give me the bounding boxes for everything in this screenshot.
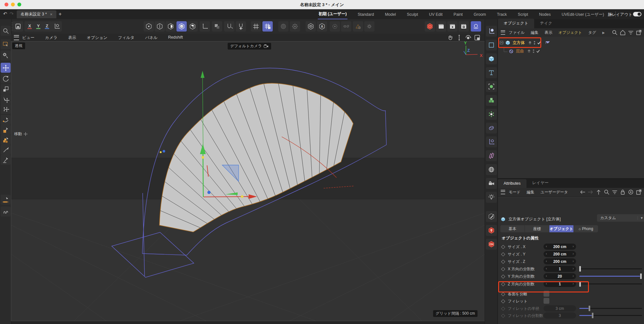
- key-diamond-icon[interactable]: [501, 245, 505, 249]
- workplane-mode-icon[interactable]: [212, 21, 222, 32]
- decrement-icon[interactable]: ‹: [546, 252, 547, 255]
- decrement-icon[interactable]: ‹: [546, 266, 547, 270]
- value-field[interactable]: ‹1›: [544, 266, 576, 272]
- object-row-cube[interactable]: 立方体: [498, 39, 644, 47]
- viewport-menu-カメラ[interactable]: カメラ: [45, 35, 57, 41]
- volume-icon[interactable]: [486, 95, 497, 106]
- render-settings-icon[interactable]: [459, 21, 469, 32]
- cube-object-icon[interactable]: [505, 40, 511, 46]
- value-field[interactable]: ‹200 cm›: [544, 251, 576, 257]
- live-selection-tool-icon[interactable]: [1, 39, 11, 49]
- pan-hand-icon[interactable]: [447, 34, 454, 42]
- key-diamond-icon[interactable]: [501, 267, 505, 271]
- viewport-gear-icon[interactable]: [364, 21, 374, 32]
- viewport-menu-オプション[interactable]: オプション: [87, 35, 107, 41]
- slider[interactable]: [579, 315, 642, 316]
- key-diamond-icon[interactable]: [501, 252, 505, 256]
- layout-tab-uv-edit[interactable]: UV Edit: [428, 10, 443, 19]
- slider[interactable]: [579, 283, 642, 284]
- increment-icon[interactable]: ›: [573, 259, 574, 263]
- slider-handle[interactable]: [592, 313, 593, 318]
- field-icon[interactable]: [486, 150, 497, 161]
- value-field[interactable]: 3 cm: [544, 305, 576, 311]
- document-tab[interactable]: 名称未設定 3 * ×: [17, 10, 56, 18]
- texture-mode-icon[interactable]: [187, 21, 198, 32]
- environment-icon[interactable]: [486, 164, 497, 175]
- brush-tool-icon[interactable]: [1, 145, 11, 155]
- menu-view[interactable]: 表示: [545, 30, 552, 35]
- key-diamond-icon[interactable]: [501, 292, 505, 296]
- viewport-menu-ビュー[interactable]: ビュー: [22, 35, 34, 41]
- filter-eye-icon[interactable]: [341, 21, 351, 32]
- checkbox[interactable]: [544, 298, 549, 304]
- value-field[interactable]: ‹20›: [544, 273, 576, 279]
- key-diamond-icon[interactable]: [501, 299, 505, 303]
- viewport-menu-フィルタ[interactable]: フィルタ: [118, 35, 134, 41]
- enable-check-icon[interactable]: [535, 49, 541, 54]
- om-popout-icon[interactable]: [635, 189, 642, 197]
- viewport-menu-パネル[interactable]: パネル: [145, 35, 157, 41]
- a-hexagon-icon[interactable]: A: [317, 21, 327, 32]
- menu-overflow-icon[interactable]: ▶: [602, 31, 605, 34]
- menu-userdata[interactable]: ユーザーデータ: [541, 190, 568, 195]
- slider[interactable]: [579, 276, 642, 277]
- tweak-tool-icon[interactable]: [1, 51, 11, 60]
- viewport-menu-表示[interactable]: 表示: [68, 35, 76, 41]
- panel-menu-icon[interactable]: [501, 30, 505, 35]
- arrow-up-icon[interactable]: [595, 189, 602, 197]
- decrement-icon[interactable]: ‹: [546, 259, 547, 263]
- layout-tab-paint[interactable]: Paint: [453, 10, 464, 19]
- spline-rect-icon[interactable]: [486, 40, 497, 51]
- tab-layers[interactable]: レイヤー: [526, 178, 554, 188]
- decrement-icon[interactable]: ‹: [546, 274, 547, 278]
- increment-icon[interactable]: ›: [573, 282, 574, 285]
- cube-object-icon[interactable]: [486, 53, 497, 64]
- snap-settings-icon[interactable]: [236, 21, 246, 32]
- panel-menu-icon[interactable]: [501, 190, 505, 194]
- layout-tab-standard[interactable]: Standard: [357, 10, 375, 19]
- search-tool-icon[interactable]: [1, 26, 11, 36]
- rs-light-icon[interactable]: [486, 225, 497, 236]
- key-diamond-icon[interactable]: [501, 282, 505, 286]
- spline-draw-tool-icon[interactable]: [1, 195, 11, 205]
- gradient-gear-icon[interactable]: [353, 21, 363, 32]
- falloff-icon[interactable]: [278, 21, 289, 32]
- menu-tags[interactable]: タグ: [588, 30, 596, 35]
- sketch-tool-icon[interactable]: [1, 207, 11, 217]
- camera-object-icon[interactable]: [486, 178, 497, 189]
- light-object-icon[interactable]: [486, 192, 497, 203]
- menu-objects[interactable]: オブジェクト: [558, 30, 582, 35]
- om-home-icon[interactable]: [619, 29, 626, 37]
- value-field[interactable]: ‹200 cm›: [544, 258, 576, 264]
- move-tool-icon[interactable]: [1, 63, 11, 73]
- enable-check-icon[interactable]: [536, 40, 542, 45]
- object-name-bend[interactable]: 屈曲: [516, 49, 524, 54]
- layer-icon[interactable]: [526, 48, 532, 54]
- falloff-settings-icon[interactable]: [290, 21, 300, 32]
- transform-tool-icon[interactable]: [1, 94, 11, 104]
- projection-label[interactable]: 透視: [12, 42, 25, 49]
- slider[interactable]: [579, 268, 642, 269]
- value-field[interactable]: ‹200 cm›: [544, 244, 576, 250]
- render-region-icon[interactable]: [447, 21, 458, 32]
- arrow-back-icon[interactable]: [579, 189, 586, 197]
- menu-mode[interactable]: モード: [509, 190, 521, 195]
- preset-dropdown[interactable]: カスタム ▼: [597, 214, 644, 222]
- increment-icon[interactable]: ›: [573, 274, 574, 278]
- edge-point-dot[interactable]: [163, 150, 165, 153]
- layout-tab-script[interactable]: Script: [517, 10, 529, 19]
- decrement-icon[interactable]: ‹: [546, 282, 547, 285]
- primitive-pen-tool-icon[interactable]: [1, 125, 11, 135]
- layout-tab-sculpt[interactable]: Sculpt: [406, 10, 419, 19]
- focus-icon[interactable]: [627, 189, 634, 197]
- section-tab-phong[interactable]: ⌂Phong: [574, 225, 598, 232]
- value-field[interactable]: ‹1›: [544, 281, 576, 287]
- render-view-icon[interactable]: [425, 21, 435, 32]
- layout-tab-nodes[interactable]: Nodes: [538, 10, 551, 19]
- om-filter-icon[interactable]: [627, 29, 634, 37]
- deformer-icon[interactable]: [486, 123, 497, 134]
- vp-layout-icon[interactable]: [474, 34, 481, 42]
- decrement-icon[interactable]: ‹: [546, 244, 547, 248]
- orbit-icon[interactable]: [465, 34, 472, 42]
- axis-z-icon[interactable]: Z: [42, 21, 52, 32]
